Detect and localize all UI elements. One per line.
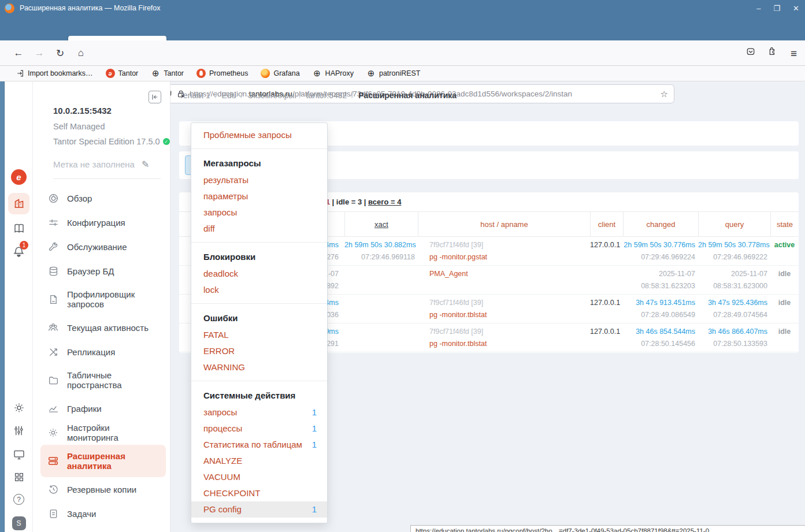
menu-item[interactable]: VACUUM [191,469,327,485]
sidebar-item-wrench[interactable]: Обслуживание [40,235,166,259]
menu-item[interactable]: ERROR [191,343,327,359]
display-monitor-icon[interactable] [5,448,33,461]
table-cell: 2025-11-0708:58:31.623000 [698,266,770,294]
edition-check-icon: ✓ [163,138,170,145]
extensions-icon[interactable] [767,47,776,57]
menu-item[interactable]: запросы1 [191,404,327,421]
docs-icon[interactable] [5,222,33,235]
sidebar-item-db[interactable]: Браузер БД [40,259,166,283]
instance-address: 10.0.2.15:5432 [53,106,112,116]
help-icon[interactable]: ? [5,494,33,505]
settings-gear-icon[interactable] [5,401,33,414]
menu-section: ОшибкиFATALERRORWARNING [191,303,327,381]
sidebar-item-replication[interactable]: Репликация [40,340,166,364]
reload-button[interactable]: ↻ [53,47,67,59]
table-cell: 7f9cf71f46fd [39]pg -monitor.tblstat [418,295,590,323]
apps-grid-icon[interactable] [5,471,33,483]
menu-item[interactable]: CHECKPOINT [191,485,327,501]
maximize-button[interactable]: ❐ [773,4,780,13]
sidebar-item-chart[interactable]: Графики [40,396,166,421]
bookmark-item[interactable]: Prometheus [196,69,248,78]
column-header[interactable]: client [590,212,623,236]
bookmark-label: patroniREST [379,69,421,77]
menu-item[interactable]: Проблемные запросы [191,127,327,143]
menu-item[interactable]: результаты [191,172,327,188]
table-cell: 2h 59m 50s 30.778ms07:29:46.969222 [698,237,770,265]
analytics-icon [47,455,59,467]
minimize-button[interactable]: – [756,4,761,13]
bookmark-item[interactable]: ⊕Tantor [151,69,184,78]
column-header[interactable]: xact [344,212,418,236]
chart-icon [47,403,59,414]
total-link[interactable]: всего = 4 [368,198,401,206]
prometheus-favicon [196,69,206,78]
bookmark-item[interactable]: ⊕patroniREST [366,69,421,78]
tasks-icon [47,508,59,519]
sidebar-item-label: Браузер БД [67,266,114,276]
menu-item-count: 1 [312,421,317,437]
sidebar-item-gear[interactable]: Настройки мониторинга [40,421,166,445]
menu-item-count: 1 [312,501,317,518]
collapse-sidebar-button[interactable] [149,91,161,103]
menu-item-label: diff [203,221,215,237]
menu-item[interactable]: параметры [191,188,327,204]
instances-icon[interactable] [5,197,33,210]
target-icon [47,193,59,204]
instance-label-placeholder[interactable]: Метка не заполнена✎ [53,159,149,170]
wrench-icon [47,241,59,252]
menu-item[interactable]: Статистика по таблицам1 [191,437,327,453]
menu-section: Мегазапросырезультатыпараметрызапросыdif… [191,148,327,242]
menu-item[interactable]: lock [191,282,327,298]
forward-button[interactable]: → [32,47,46,59]
filters-sliders-icon[interactable] [5,425,33,437]
column-header[interactable]: query [698,212,770,236]
left-edge-strip [0,81,5,532]
menu-item[interactable]: diff [191,221,327,237]
sidebar-item-profiler[interactable]: Профилировщик запросов [40,283,166,315]
column-header[interactable]: changed [623,212,698,236]
menu-item[interactable]: ANALYZE [191,453,327,469]
notifications-bell-icon[interactable] [5,245,33,258]
menu-item[interactable]: PG config1 [191,501,327,518]
bookmark-item[interactable]: ⊕HAProxy [313,69,354,78]
menu-item-label: процессы [203,421,242,437]
menu-item[interactable]: запросы [191,204,327,221]
table-cell: 2025-11-0708:58:31.623203 [623,266,698,294]
sidebar-item-config[interactable]: Конфигурация [40,210,166,235]
user-avatar[interactable]: S [5,516,33,530]
menu-item[interactable]: deadlock [191,266,327,282]
icon-rail: e 1 ? S [5,81,33,532]
sidebar-item-history[interactable]: Резервные копии [40,477,166,501]
notification-badge: 1 [20,241,28,250]
tantor-logo[interactable]: e [5,169,33,185]
bookmark-item[interactable]: əTantor [106,69,139,78]
back-button[interactable]: ← [12,47,25,59]
pocket-icon[interactable] [746,47,755,56]
column-header[interactable]: host / apname [418,212,590,236]
home-button[interactable]: ⌂ [74,47,88,59]
sidebar-item-tasks[interactable]: Задачи [40,501,166,526]
breadcrumb-item[interactable]: Экземпляры [247,91,294,100]
menu-item-count: 1 [312,404,317,421]
breadcrumb-item[interactable]: tantor:5432 [306,91,347,100]
breadcrumb-item[interactable]: Edu [222,91,236,100]
table-cell: 7f9cf71f46fd [39]pg -monitor.pgstat [418,237,590,265]
breadcrumb-item[interactable]: Tenant 1 [179,91,210,100]
edit-pencil-icon[interactable]: ✎ [142,159,149,170]
sidebar-item-analytics[interactable]: Расширенная аналитика [40,445,166,477]
menu-icon[interactable]: ≡ [791,47,797,60]
globe-favicon: ⊕ [366,69,376,78]
menu-item-label: запросы [203,204,237,221]
menu-section: Проблемные запросы [191,123,327,148]
column-header[interactable]: state [770,212,799,236]
sidebar-item-folder[interactable]: Табличные пространства [40,364,166,396]
sidebar-item-activity[interactable]: Текущая активность [40,315,166,340]
menu-item[interactable]: WARNING [191,359,327,375]
menu-item[interactable]: процессы1 [191,421,327,437]
close-button[interactable]: ✕ [793,4,799,13]
bookmark-item[interactable]: Grafana [261,69,299,78]
table-cell: 7f9cf71f46fd [39]pg -monitor.tblstat [418,323,590,352]
bookmark-item[interactable]: Import bookmarks… [16,69,93,77]
menu-item[interactable]: FATAL [191,327,327,343]
sidebar-item-target[interactable]: Обзор [40,186,166,210]
